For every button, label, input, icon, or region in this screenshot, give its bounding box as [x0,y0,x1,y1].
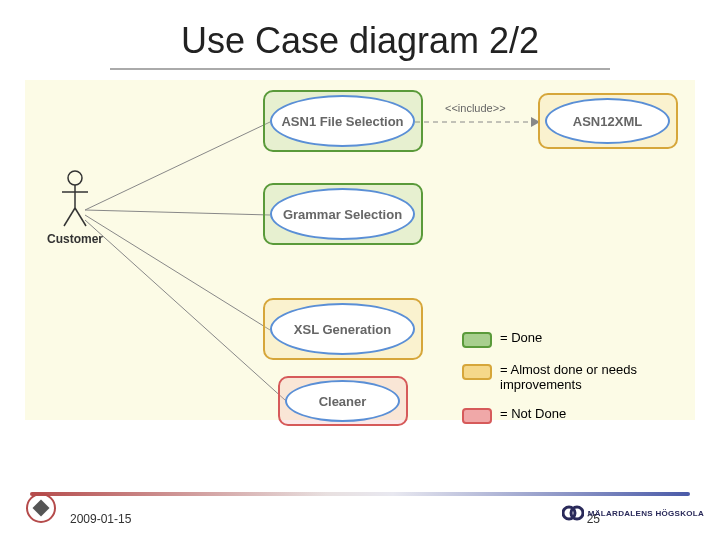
usecase-xsl: XSL Generation [270,303,415,355]
legend-row-done: = Done [462,330,680,348]
logo-malardalen: MÄLARDALENS HÖGSKOLA [562,502,704,524]
svg-line-10 [75,208,86,226]
slide-title: Use Case diagram 2/2 [110,20,610,70]
logo-right-text: MÄLARDALENS HÖGSKOLA [588,509,704,518]
svg-line-3 [85,220,285,400]
swatch-almost [462,364,492,380]
svg-rect-12 [33,500,50,517]
fer-logo-icon [25,492,57,524]
usecase-label: Cleaner [319,394,367,409]
svg-line-0 [85,122,270,210]
legend-label-done: = Done [500,330,542,345]
actor-customer: Customer [45,170,105,246]
usecase-cleaner: Cleaner [285,380,400,422]
svg-line-9 [64,208,75,226]
usecase-asn12xml: ASN12XML [545,98,670,144]
malardalen-logo-icon [562,502,584,524]
legend-row-notdone: = Not Done [462,406,680,424]
svg-point-6 [68,171,82,185]
usecase-label: XSL Generation [294,322,391,337]
swatch-done [462,332,492,348]
legend-label-notdone: = Not Done [500,406,566,421]
usecase-asn1file: ASN1 File Selection [270,95,415,147]
usecase-label: Grammar Selection [283,207,402,222]
legend-row-almost: = Almost done or needs improvements [462,362,680,392]
svg-point-14 [571,507,583,519]
swatch-notdone [462,408,492,424]
legend-label-almost: = Almost done or needs improvements [500,362,680,392]
actor-label: Customer [45,232,105,246]
usecase-grammar: Grammar Selection [270,188,415,240]
legend: = Done = Almost done or needs improvemen… [462,330,680,438]
usecase-label: ASN12XML [573,114,642,129]
usecase-label: ASN1 File Selection [281,114,403,129]
include-label: <<include>> [445,102,506,114]
slide-root: Use Case diagram 2/2 Customer ASN1 File … [0,0,720,540]
svg-line-1 [85,210,270,215]
footer-divider [30,492,690,496]
footer-date: 2009-01-15 [70,512,131,526]
footer: 2009-01-15 25 MÄLARDALENS HÖGSKOLA [0,492,720,532]
person-icon [60,170,90,230]
svg-line-2 [85,215,270,330]
logo-fer [25,492,57,528]
